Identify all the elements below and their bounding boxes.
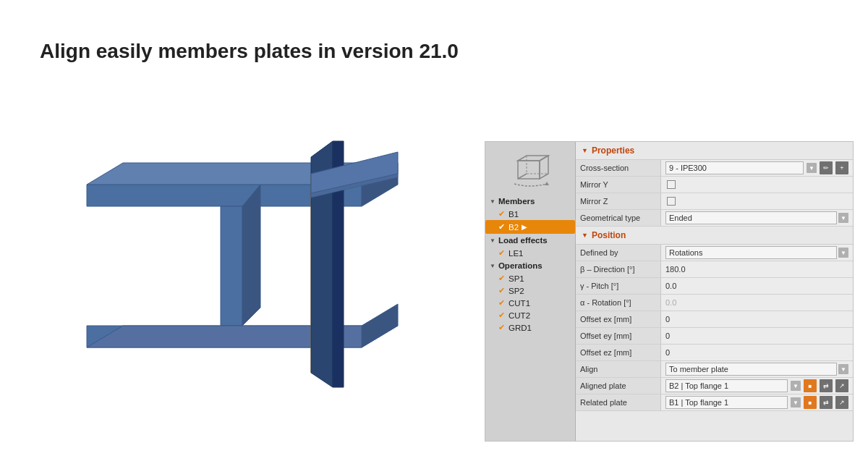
- label-offset-ey: Offset ey [mm]: [576, 328, 661, 344]
- label-align: Align: [576, 361, 661, 377]
- sidebar-section-operations[interactable]: ▼ Operations: [485, 259, 575, 272]
- defined-by-dropdown-arrow[interactable]: ▼: [838, 248, 848, 258]
- value-related-plate[interactable]: B1 | Top flange 1 ▼ ■ ⇄ ↗: [661, 394, 853, 410]
- label-offset-ez: Offset ez [mm]: [576, 345, 661, 360]
- svg-line-23: [518, 174, 527, 179]
- value-offset-ex[interactable]: 0: [661, 311, 853, 327]
- prop-row-mirror-y: Mirror Y: [576, 177, 853, 193]
- check-icon-b2: ✔: [498, 222, 505, 232]
- properties-panel: ▼ Members ✔ B1 ✔ B2 ▶ ▼ Load effects ✔ L…: [485, 141, 854, 442]
- panel-sidebar: ▼ Members ✔ B1 ✔ B2 ▶ ▼ Load effects ✔ L…: [485, 142, 576, 441]
- triangle-icon-load: ▼: [490, 237, 495, 244]
- mirror-y-checkbox[interactable]: [667, 180, 676, 189]
- label-mirror-z: Mirror Z: [576, 193, 661, 209]
- svg-marker-26: [545, 182, 549, 185]
- svg-marker-6: [87, 326, 398, 347]
- label-direction: β – Direction [°]: [576, 261, 661, 277]
- check-icon-sp2: ✔: [498, 286, 505, 295]
- mirror-z-checkbox[interactable]: [667, 197, 676, 206]
- value-aligned-plate[interactable]: B2 | Top flange 1 ▼ ■ ⇄ ↗: [661, 378, 853, 394]
- align-value: To member plate: [665, 363, 837, 376]
- prop-row-offset-ey: Offset ey [mm] 0: [576, 328, 853, 345]
- section-header-properties: ▼ Properties: [576, 142, 853, 160]
- label-offset-ex: Offset ex [mm]: [576, 311, 661, 327]
- geom-type-dropdown-arrow[interactable]: ▼: [838, 213, 848, 223]
- value-defined-by[interactable]: Rotations ▼: [661, 245, 853, 261]
- sidebar-item-b2[interactable]: ✔ B2 ▶: [485, 220, 575, 234]
- panel-properties: ▼ Properties Cross-section 9 - IPE300 ▼ …: [576, 142, 853, 441]
- value-mirror-z[interactable]: [661, 193, 853, 209]
- label-mirror-y: Mirror Y: [576, 177, 661, 193]
- align-dropdown-arrow[interactable]: ▼: [838, 364, 848, 374]
- check-icon-grd1: ✔: [498, 323, 505, 332]
- related-plate-dropdown-arrow[interactable]: ▼: [791, 397, 801, 408]
- prop-row-align: Align To member plate ▼: [576, 361, 853, 378]
- value-pitch[interactable]: 0.0: [661, 278, 853, 294]
- beam-illustration: [29, 112, 448, 402]
- prop-row-mirror-z: Mirror Z: [576, 193, 853, 210]
- edit-cross-section-btn[interactable]: ✏: [820, 161, 833, 174]
- label-rotation: α - Rotation [°]: [576, 295, 661, 311]
- prop-row-offset-ez: Offset ez [mm] 0: [576, 345, 853, 361]
- prop-row-pitch: γ - Pitch [°] 0.0: [576, 278, 853, 295]
- aligned-plate-pick-btn[interactable]: ↗: [835, 379, 848, 392]
- svg-marker-3: [221, 206, 242, 326]
- aligned-plate-dropdown-arrow[interactable]: ▼: [791, 381, 801, 391]
- value-rotation: 0.0: [661, 295, 853, 311]
- add-cross-section-btn[interactable]: +: [835, 161, 848, 174]
- value-offset-ez[interactable]: 0: [661, 345, 853, 360]
- sidebar-item-le1[interactable]: ✔ LE1: [485, 247, 575, 259]
- prop-row-aligned-plate: Aligned plate B2 | Top flange 1 ▼ ■ ⇄ ↗: [576, 378, 853, 394]
- sidebar-section-load[interactable]: ▼ Load effects: [485, 234, 575, 247]
- prop-row-direction: β – Direction [°] 180.0: [576, 261, 853, 278]
- value-align[interactable]: To member plate ▼: [661, 361, 853, 377]
- aligned-plate-value: B2 | Top flange 1: [665, 379, 788, 392]
- value-offset-ey[interactable]: 0: [661, 328, 853, 344]
- prop-row-cross-section: Cross-section 9 - IPE300 ▼ ✏ +: [576, 160, 853, 177]
- check-icon-sp1: ✔: [498, 274, 505, 283]
- prop-row-geom-type: Geometrical type Ended ▼: [576, 210, 853, 227]
- label-related-plate: Related plate: [576, 394, 661, 410]
- sidebar-item-cut1[interactable]: ✔ CUT1: [485, 297, 575, 309]
- svg-marker-22: [540, 156, 548, 179]
- svg-marker-4: [242, 185, 260, 326]
- prop-row-related-plate: Related plate B1 | Top flange 1 ▼ ■ ⇄ ↗: [576, 394, 853, 411]
- value-mirror-y[interactable]: [661, 177, 853, 193]
- arrow-icon: ▶: [522, 223, 527, 231]
- prop-row-rotation: α - Rotation [°] 0.0: [576, 295, 853, 311]
- aligned-plate-select-btn[interactable]: ■: [804, 379, 817, 392]
- sidebar-item-grd1[interactable]: ✔ GRD1: [485, 321, 575, 334]
- triangle-position-icon: ▼: [582, 232, 588, 239]
- sidebar-item-b1[interactable]: ✔ B1: [485, 208, 575, 220]
- label-pitch: γ - Pitch [°]: [576, 278, 661, 294]
- label-aligned-plate: Aligned plate: [576, 378, 661, 394]
- related-plate-select-btn[interactable]: ■: [804, 396, 817, 409]
- triangle-icon: ▼: [490, 198, 495, 205]
- value-cross-section[interactable]: 9 - IPE300 ▼ ✏ +: [661, 160, 853, 176]
- sidebar-item-cut2[interactable]: ✔ CUT2: [485, 309, 575, 321]
- related-plate-pick-btn[interactable]: ↗: [835, 396, 848, 409]
- related-plate-swap-btn[interactable]: ⇄: [820, 396, 833, 409]
- value-geom-type[interactable]: Ended ▼: [661, 210, 853, 226]
- prop-row-defined-by: Defined by Rotations ▼: [576, 245, 853, 261]
- label-geom-type: Geometrical type: [576, 210, 661, 226]
- prop-row-offset-ex: Offset ex [mm] 0: [576, 311, 853, 328]
- 3d-view-icon: [485, 148, 575, 195]
- triangle-icon-ops: ▼: [490, 263, 495, 269]
- geom-type-value: Ended: [665, 211, 837, 224]
- related-plate-value: B1 | Top flange 1: [665, 396, 788, 409]
- check-icon-cut1: ✔: [498, 298, 505, 308]
- cross-section-dropdown-arrow[interactable]: ▼: [807, 163, 817, 173]
- svg-marker-20: [518, 161, 540, 179]
- section-header-position: ▼ Position: [576, 227, 853, 245]
- page-title: Align easily members plates in version 2…: [40, 40, 459, 63]
- svg-marker-7: [362, 304, 398, 347]
- sidebar-item-sp1[interactable]: ✔ SP1: [485, 272, 575, 284]
- check-icon-le1: ✔: [498, 248, 505, 258]
- value-direction[interactable]: 180.0: [661, 261, 853, 277]
- sidebar-item-sp2[interactable]: ✔ SP2: [485, 284, 575, 297]
- check-icon-cut2: ✔: [498, 311, 505, 320]
- sidebar-section-members[interactable]: ▼ Members: [485, 195, 575, 208]
- aligned-plate-swap-btn[interactable]: ⇄: [820, 379, 833, 392]
- label-defined-by: Defined by: [576, 245, 661, 261]
